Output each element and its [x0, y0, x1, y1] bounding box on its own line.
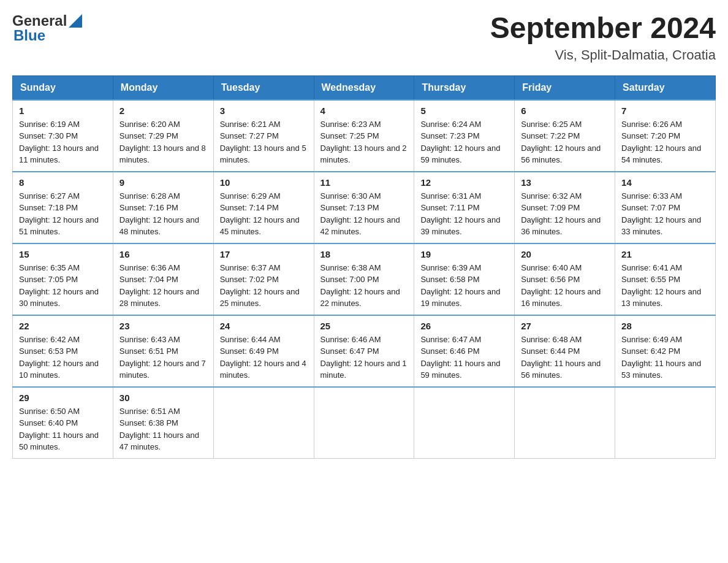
- calendar-cell: 21 Sunrise: 6:41 AM Sunset: 6:55 PM Dayl…: [615, 243, 716, 315]
- calendar-cell: 22 Sunrise: 6:42 AM Sunset: 6:53 PM Dayl…: [13, 315, 113, 387]
- calendar-cell: 26 Sunrise: 6:47 AM Sunset: 6:46 PM Dayl…: [414, 315, 515, 387]
- day-info: Sunrise: 6:42 AM Sunset: 6:53 PM Dayligh…: [19, 334, 107, 381]
- calendar-cell: 3 Sunrise: 6:21 AM Sunset: 7:27 PM Dayli…: [213, 100, 314, 172]
- calendar-cell: 10 Sunrise: 6:29 AM Sunset: 7:14 PM Dayl…: [213, 172, 314, 243]
- day-info: Sunrise: 6:44 AM Sunset: 6:49 PM Dayligh…: [220, 334, 308, 381]
- day-number: 21: [621, 249, 709, 259]
- day-number: 19: [420, 249, 508, 259]
- day-number: 30: [119, 393, 207, 403]
- logo: General Blue: [12, 12, 82, 44]
- day-number: 10: [220, 177, 308, 188]
- calendar-cell: 8 Sunrise: 6:27 AM Sunset: 7:18 PM Dayli…: [13, 172, 113, 243]
- weekday-header-friday: Friday: [515, 75, 615, 100]
- title-block: September 2024 Vis, Split-Dalmatia, Croa…: [490, 12, 716, 63]
- day-info: Sunrise: 6:48 AM Sunset: 6:44 PM Dayligh…: [521, 334, 609, 381]
- day-info: Sunrise: 6:47 AM Sunset: 6:46 PM Dayligh…: [420, 334, 508, 381]
- day-number: 26: [420, 321, 508, 331]
- calendar-cell: [414, 387, 515, 459]
- calendar-cell: 9 Sunrise: 6:28 AM Sunset: 7:16 PM Dayli…: [113, 172, 213, 243]
- page-header: General Blue September 2024 Vis, Split-D…: [12, 12, 716, 63]
- weekday-header-saturday: Saturday: [615, 75, 716, 100]
- calendar-cell: 2 Sunrise: 6:20 AM Sunset: 7:29 PM Dayli…: [113, 100, 213, 172]
- day-info: Sunrise: 6:37 AM Sunset: 7:02 PM Dayligh…: [220, 262, 308, 310]
- day-info: Sunrise: 6:35 AM Sunset: 7:05 PM Dayligh…: [19, 262, 107, 310]
- day-number: 22: [19, 321, 107, 331]
- calendar-cell: 5 Sunrise: 6:24 AM Sunset: 7:23 PM Dayli…: [414, 100, 515, 172]
- weekday-header-sunday: Sunday: [13, 75, 113, 100]
- calendar-cell: 29 Sunrise: 6:50 AM Sunset: 6:40 PM Dayl…: [13, 387, 113, 459]
- day-info: Sunrise: 6:51 AM Sunset: 6:38 PM Dayligh…: [119, 405, 207, 453]
- calendar-cell: [213, 387, 314, 459]
- day-number: 18: [320, 249, 408, 259]
- calendar-cell: 25 Sunrise: 6:46 AM Sunset: 6:47 PM Dayl…: [314, 315, 414, 387]
- day-info: Sunrise: 6:49 AM Sunset: 6:42 PM Dayligh…: [621, 334, 709, 381]
- calendar-cell: 30 Sunrise: 6:51 AM Sunset: 6:38 PM Dayl…: [113, 387, 213, 459]
- calendar-table: SundayMondayTuesdayWednesdayThursdayFrid…: [12, 75, 716, 459]
- day-number: 12: [420, 177, 508, 188]
- calendar-cell: [515, 387, 615, 459]
- calendar-cell: 12 Sunrise: 6:31 AM Sunset: 7:11 PM Dayl…: [414, 172, 515, 243]
- calendar-cell: 27 Sunrise: 6:48 AM Sunset: 6:44 PM Dayl…: [515, 315, 615, 387]
- calendar-cell: 23 Sunrise: 6:43 AM Sunset: 6:51 PM Dayl…: [113, 315, 213, 387]
- month-title: September 2024: [490, 12, 716, 45]
- weekday-header-wednesday: Wednesday: [314, 75, 414, 100]
- day-info: Sunrise: 6:23 AM Sunset: 7:25 PM Dayligh…: [320, 118, 408, 166]
- logo-blue-text: Blue: [13, 27, 45, 44]
- day-number: 8: [19, 177, 107, 188]
- day-info: Sunrise: 6:50 AM Sunset: 6:40 PM Dayligh…: [19, 405, 107, 453]
- day-info: Sunrise: 6:30 AM Sunset: 7:13 PM Dayligh…: [320, 190, 408, 238]
- day-info: Sunrise: 6:24 AM Sunset: 7:23 PM Dayligh…: [420, 118, 508, 166]
- weekday-header-row: SundayMondayTuesdayWednesdayThursdayFrid…: [13, 75, 716, 100]
- calendar-cell: 14 Sunrise: 6:33 AM Sunset: 7:07 PM Dayl…: [615, 172, 716, 243]
- day-number: 1: [19, 105, 107, 116]
- weekday-header-thursday: Thursday: [414, 75, 515, 100]
- weekday-header-tuesday: Tuesday: [213, 75, 314, 100]
- day-number: 11: [320, 177, 408, 188]
- day-number: 24: [220, 321, 308, 331]
- day-info: Sunrise: 6:29 AM Sunset: 7:14 PM Dayligh…: [220, 190, 308, 238]
- calendar-cell: 28 Sunrise: 6:49 AM Sunset: 6:42 PM Dayl…: [615, 315, 716, 387]
- calendar-cell: 20 Sunrise: 6:40 AM Sunset: 6:56 PM Dayl…: [515, 243, 615, 315]
- day-info: Sunrise: 6:20 AM Sunset: 7:29 PM Dayligh…: [119, 118, 207, 166]
- day-info: Sunrise: 6:36 AM Sunset: 7:04 PM Dayligh…: [119, 262, 207, 310]
- week-row-1: 1 Sunrise: 6:19 AM Sunset: 7:30 PM Dayli…: [13, 100, 716, 172]
- calendar-cell: 15 Sunrise: 6:35 AM Sunset: 7:05 PM Dayl…: [13, 243, 113, 315]
- calendar-cell: [314, 387, 414, 459]
- day-info: Sunrise: 6:27 AM Sunset: 7:18 PM Dayligh…: [19, 190, 107, 238]
- day-number: 17: [220, 249, 308, 259]
- day-info: Sunrise: 6:39 AM Sunset: 6:58 PM Dayligh…: [420, 262, 508, 310]
- calendar-cell: 19 Sunrise: 6:39 AM Sunset: 6:58 PM Dayl…: [414, 243, 515, 315]
- day-number: 9: [119, 177, 207, 188]
- calendar-cell: 13 Sunrise: 6:32 AM Sunset: 7:09 PM Dayl…: [515, 172, 615, 243]
- week-row-2: 8 Sunrise: 6:27 AM Sunset: 7:18 PM Dayli…: [13, 172, 716, 243]
- day-number: 4: [320, 105, 408, 116]
- day-number: 13: [521, 177, 609, 188]
- calendar-cell: 4 Sunrise: 6:23 AM Sunset: 7:25 PM Dayli…: [314, 100, 414, 172]
- day-info: Sunrise: 6:26 AM Sunset: 7:20 PM Dayligh…: [621, 118, 709, 166]
- day-info: Sunrise: 6:41 AM Sunset: 6:55 PM Dayligh…: [621, 262, 709, 310]
- calendar-cell: 24 Sunrise: 6:44 AM Sunset: 6:49 PM Dayl…: [213, 315, 314, 387]
- day-number: 16: [119, 249, 207, 259]
- day-info: Sunrise: 6:28 AM Sunset: 7:16 PM Dayligh…: [119, 190, 207, 238]
- day-info: Sunrise: 6:46 AM Sunset: 6:47 PM Dayligh…: [320, 334, 408, 381]
- day-number: 6: [521, 105, 609, 116]
- calendar-cell: 11 Sunrise: 6:30 AM Sunset: 7:13 PM Dayl…: [314, 172, 414, 243]
- day-number: 29: [19, 393, 107, 403]
- logo-triangle-icon: [69, 14, 82, 28]
- day-number: 5: [420, 105, 508, 116]
- day-number: 14: [621, 177, 709, 188]
- day-number: 28: [621, 321, 709, 331]
- calendar-cell: 17 Sunrise: 6:37 AM Sunset: 7:02 PM Dayl…: [213, 243, 314, 315]
- svg-marker-0: [69, 14, 82, 28]
- week-row-5: 29 Sunrise: 6:50 AM Sunset: 6:40 PM Dayl…: [13, 387, 716, 459]
- calendar-cell: 18 Sunrise: 6:38 AM Sunset: 7:00 PM Dayl…: [314, 243, 414, 315]
- week-row-3: 15 Sunrise: 6:35 AM Sunset: 7:05 PM Dayl…: [13, 243, 716, 315]
- calendar-cell: [615, 387, 716, 459]
- day-info: Sunrise: 6:31 AM Sunset: 7:11 PM Dayligh…: [420, 190, 508, 238]
- day-number: 3: [220, 105, 308, 116]
- location-title: Vis, Split-Dalmatia, Croatia: [490, 47, 716, 63]
- day-info: Sunrise: 6:21 AM Sunset: 7:27 PM Dayligh…: [220, 118, 308, 166]
- day-info: Sunrise: 6:40 AM Sunset: 6:56 PM Dayligh…: [521, 262, 609, 310]
- day-number: 23: [119, 321, 207, 331]
- day-info: Sunrise: 6:38 AM Sunset: 7:00 PM Dayligh…: [320, 262, 408, 310]
